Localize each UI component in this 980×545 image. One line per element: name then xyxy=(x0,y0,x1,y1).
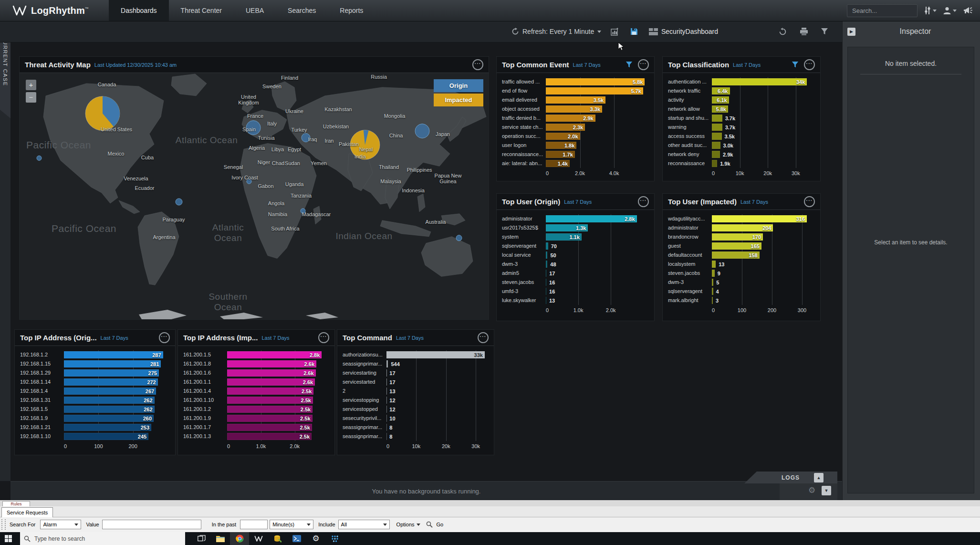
add-widget-button[interactable] xyxy=(611,21,619,42)
bar[interactable]: 253 xyxy=(64,424,151,431)
bar[interactable]: 245 xyxy=(64,433,148,440)
bar[interactable]: 1.8k xyxy=(546,142,576,149)
database-tool-icon[interactable] xyxy=(268,532,287,545)
bar[interactable]: 2.5k xyxy=(227,433,312,440)
bar[interactable]: 1.4k xyxy=(546,160,570,167)
value-input[interactable] xyxy=(102,520,201,529)
bar[interactable] xyxy=(546,252,547,259)
filter-dashboard-button[interactable] xyxy=(821,21,828,42)
dots-grid-app-icon[interactable] xyxy=(325,532,344,545)
print-button[interactable] xyxy=(800,21,808,42)
bar[interactable]: 262 xyxy=(64,397,155,404)
map-origin-bubble[interactable] xyxy=(37,156,42,160)
bar[interactable]: 3.5k xyxy=(546,96,605,104)
bar[interactable]: 287 xyxy=(64,351,163,358)
bar[interactable]: 1.7k xyxy=(546,151,575,158)
widget-menu-button[interactable]: ··· xyxy=(804,59,815,70)
bar[interactable]: 165 xyxy=(712,242,761,250)
start-button[interactable] xyxy=(0,532,16,545)
legend-origin-button[interactable]: Origin xyxy=(434,79,483,92)
bar[interactable]: 275 xyxy=(64,369,159,377)
user-menu[interactable] xyxy=(943,6,957,15)
options-menu[interactable]: Options xyxy=(396,522,420,527)
save-dashboard-button[interactable] xyxy=(630,21,638,42)
expand-logs-button[interactable]: ▲ xyxy=(814,473,824,482)
refresh-control[interactable]: Refresh: Every 1 Minute xyxy=(511,21,601,42)
bar[interactable] xyxy=(712,133,722,140)
bar[interactable]: 2.5k xyxy=(227,397,313,404)
settings-gear-icon[interactable]: ⚙ xyxy=(306,532,325,545)
filter-icon[interactable] xyxy=(792,61,799,68)
widget-menu-button[interactable]: ··· xyxy=(472,59,483,70)
collapse-inspector-button[interactable]: ▶ xyxy=(847,28,855,36)
announcements-icon[interactable] xyxy=(963,6,973,15)
widget-menu-button[interactable]: ··· xyxy=(478,332,489,343)
nav-tab-reports[interactable]: Reports xyxy=(328,0,375,21)
widget-menu-button[interactable]: ··· xyxy=(638,196,649,207)
bar[interactable]: 260 xyxy=(64,415,154,422)
bar[interactable]: 2.0k xyxy=(546,133,580,140)
in-the-past-input[interactable] xyxy=(240,520,268,529)
world-map[interactable]: Origin Impacted + − Pacific OceanPacific… xyxy=(20,73,489,319)
bar[interactable] xyxy=(546,288,546,295)
bar[interactable]: 3.3k xyxy=(546,105,602,113)
widget-menu-button[interactable]: ··· xyxy=(804,196,815,207)
toolbar-grip[interactable] xyxy=(1,519,6,530)
bar[interactable] xyxy=(546,297,546,304)
map-origin-bubble[interactable] xyxy=(415,124,429,138)
include-dropdown[interactable]: All xyxy=(338,520,390,529)
bar[interactable]: 2.8k xyxy=(546,215,637,222)
widget-menu-button[interactable]: ··· xyxy=(159,332,170,343)
bar[interactable] xyxy=(546,242,548,250)
bar[interactable]: 262 xyxy=(64,406,155,413)
bar[interactable]: 267 xyxy=(64,388,156,395)
map-origin-bubble[interactable] xyxy=(456,235,462,241)
bar[interactable] xyxy=(546,279,546,286)
bar[interactable]: 5.8k xyxy=(712,105,728,113)
bar[interactable]: 2.8k xyxy=(227,351,322,358)
taskbar-search-input[interactable]: Type here to search xyxy=(20,532,185,545)
map-origin-bubble[interactable] xyxy=(176,199,182,205)
legend-impacted-button[interactable]: Impacted xyxy=(434,94,483,106)
file-explorer-icon[interactable] xyxy=(211,532,230,545)
bar[interactable]: 1.1k xyxy=(546,233,582,241)
nav-tab-searches[interactable]: Searches xyxy=(276,0,328,21)
service-requests-tab[interactable]: Service Requests xyxy=(1,507,53,517)
bar[interactable]: 204 xyxy=(712,224,773,231)
bar[interactable]: 2.6k xyxy=(227,378,315,386)
bar[interactable] xyxy=(712,124,722,131)
bar[interactable]: 281 xyxy=(64,360,161,367)
bar[interactable]: 2.6k xyxy=(227,369,316,377)
reset-dashboard-button[interactable] xyxy=(779,21,787,42)
bar[interactable]: 1.3k xyxy=(546,224,588,231)
chrome-icon[interactable] xyxy=(230,532,249,545)
partial-tab[interactable]: Rules xyxy=(2,501,30,506)
nav-tab-ueba[interactable]: UEBA xyxy=(234,0,276,21)
nav-tab-threat-center[interactable]: Threat Center xyxy=(169,0,234,21)
task-view-icon[interactable] xyxy=(192,532,211,545)
bar[interactable] xyxy=(712,261,716,268)
bar[interactable] xyxy=(712,115,722,122)
map-zoom-out-button[interactable]: − xyxy=(26,92,36,103)
bar[interactable]: 6.4k xyxy=(712,87,730,94)
bar[interactable]: 2.6k xyxy=(227,360,316,367)
global-search-input[interactable]: Search... xyxy=(847,4,917,17)
collapse-logs-button[interactable]: ▼ xyxy=(822,486,831,495)
bar[interactable]: 158 xyxy=(712,252,760,259)
bar[interactable] xyxy=(712,279,713,286)
time-unit-dropdown[interactable]: Minute(s) xyxy=(270,520,313,529)
dashboard-selector[interactable]: SecurityDashboard xyxy=(649,21,718,42)
bar[interactable] xyxy=(712,160,717,167)
bar[interactable]: 2.5k xyxy=(227,424,312,431)
nav-tab-dashboards[interactable]: Dashboards xyxy=(109,0,169,21)
bar[interactable]: 6.1k xyxy=(712,96,729,104)
bar[interactable]: 2.5k xyxy=(227,415,313,422)
bar[interactable]: 2.5k xyxy=(227,406,313,413)
search-magnifier-icon[interactable] xyxy=(426,521,433,528)
bar[interactable] xyxy=(546,261,547,268)
bar[interactable] xyxy=(386,360,388,367)
bar[interactable]: 170 xyxy=(712,233,763,241)
bar[interactable]: 2.5k xyxy=(227,388,313,395)
go-button[interactable]: Go xyxy=(437,522,444,527)
bar[interactable] xyxy=(712,288,713,295)
